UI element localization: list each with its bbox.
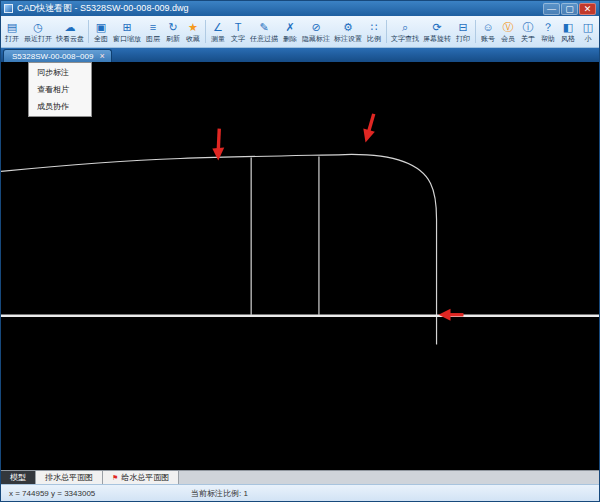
sheet-tab-drainage-plan[interactable]: 排水总平面图 — [36, 471, 103, 484]
toolbar-button-text-search[interactable]: ⌕文字查找 — [389, 16, 421, 47]
toolbar-button-favorite[interactable]: ★收藏 — [183, 16, 203, 47]
context-menu: 同步标注 查看相片 成员协作 — [28, 62, 92, 117]
fit-view-icon: ▣ — [96, 21, 106, 34]
toolbar-button-measure[interactable]: ∠测量 — [208, 16, 228, 47]
toolbar-separator — [475, 20, 476, 43]
minimize-button[interactable]: — — [543, 3, 560, 15]
toolbar-label: 窗口缩放 — [113, 34, 141, 43]
context-menu-item-view-photos[interactable]: 查看相片 — [30, 81, 90, 98]
toolbar-button-about[interactable]: ⓘ关于 — [518, 16, 538, 47]
eraser-icon: ✗ — [285, 21, 294, 34]
toolbar-button-mini[interactable]: ◫小 — [578, 16, 598, 47]
cad-canvas[interactable]: 同步标注 查看相片 成员协作 — [1, 62, 599, 470]
vip-icon: Ⓥ — [503, 21, 514, 34]
drawing-tab[interactable]: S5328SW-00-008~009 × — [3, 49, 112, 62]
toolbar-label: 打印 — [456, 34, 470, 43]
toolbar-button-scale[interactable]: ∷比例 — [364, 16, 384, 47]
sheet-tab-model[interactable]: 模型 — [1, 471, 36, 484]
red-arrow-annotation-3[interactable] — [439, 309, 464, 321]
toolbar-label: 账号 — [481, 34, 495, 43]
mini-tool-icon: ◫ — [583, 21, 593, 34]
toolbar-button-hide-annotations[interactable]: ⊘隐藏标注 — [300, 16, 332, 47]
toolbar-label: 图层 — [146, 34, 160, 43]
question-icon: ？ — [543, 21, 554, 34]
toolbar-button-text[interactable]: T文字 — [228, 16, 248, 47]
sheet-tab-bar: 模型 排水总平面图 ⚑ 给水总平面图 — [1, 470, 599, 484]
drawing-tab-bar: S5328SW-00-008~009 × — [1, 48, 599, 62]
text-icon: T — [235, 21, 242, 34]
toolbar-label: 会员 — [501, 34, 515, 43]
context-menu-item-collaboration[interactable]: 成员协作 — [30, 98, 90, 115]
window-title: CAD快速看图 - S5328SW-00-008-009.dwg — [17, 1, 543, 16]
main-toolbar: ▤打开 ◷最近打开 ☁快看云盘 ▣全图 ⊞窗口缩放 ≡图层 ↻刷新 ★收藏 ∠测… — [1, 16, 599, 48]
theme-icon: ◧ — [563, 21, 573, 34]
toolbar-label: 文字 — [231, 34, 245, 43]
toolbar-separator — [88, 20, 89, 43]
toolbar-button-help[interactable]: ？帮助 — [538, 16, 558, 47]
toolbar-label: 比例 — [367, 34, 381, 43]
star-icon: ★ — [188, 21, 198, 34]
text-search-icon: ⌕ — [402, 21, 408, 34]
toolbar-label: 刷新 — [166, 34, 180, 43]
toolbar-label: 文字查找 — [391, 34, 419, 43]
toolbar-label: 删除 — [283, 34, 297, 43]
toolbar-button-vip[interactable]: Ⓥ会员 — [498, 16, 518, 47]
toolbar-label: 屏幕旋转 — [423, 34, 451, 43]
toolbar-button-rotate-screen[interactable]: ⟳屏幕旋转 — [421, 16, 453, 47]
status-bar: x = 744959 y = 3343005 当前标注比例: 1 — [1, 484, 599, 501]
layers-icon: ≡ — [150, 21, 156, 34]
toolbar-label: 关于 — [521, 34, 535, 43]
toolbar-button-open[interactable]: ▤打开 — [2, 16, 22, 47]
tab-close-icon[interactable]: × — [99, 52, 104, 61]
close-button[interactable]: ✕ — [579, 3, 596, 15]
rotate-icon: ⟳ — [432, 21, 441, 34]
toolbar-button-style[interactable]: ◧风格 — [558, 16, 578, 47]
maximize-button[interactable]: ▢ — [561, 3, 578, 15]
toolbar-button-freehand[interactable]: ✎任意过描 — [248, 16, 280, 47]
toolbar-button-delete[interactable]: ✗删除 — [280, 16, 300, 47]
toolbar-label: 快看云盘 — [56, 34, 84, 43]
cursor-coordinates: x = 744959 y = 3343005 — [9, 489, 179, 498]
toolbar-button-print[interactable]: ⊟打印 — [453, 16, 473, 47]
toolbar-button-cloud[interactable]: ☁快看云盘 — [54, 16, 86, 47]
toolbar-label: 最近打开 — [24, 34, 52, 43]
hide-annotation-icon: ⊘ — [311, 21, 320, 34]
toolbar-label: 收藏 — [186, 34, 200, 43]
app-icon — [4, 4, 13, 13]
annotation-marker-icon: ⚑ — [112, 474, 118, 482]
toolbar-button-fullview[interactable]: ▣全图 — [91, 16, 111, 47]
toolbar-label: 风格 — [561, 34, 575, 43]
sheet-tab-label: 给水总平面图 — [121, 472, 169, 483]
title-bar: CAD快速看图 - S5328SW-00-008-009.dwg — ▢ ✕ — [1, 1, 599, 16]
toolbar-button-window-zoom[interactable]: ⊞窗口缩放 — [111, 16, 143, 47]
toolbar-label: 全图 — [94, 34, 108, 43]
printer-icon: ⊟ — [458, 21, 467, 34]
annotation-scale-label: 当前标注比例: 1 — [191, 488, 248, 499]
user-icon: ☺ — [482, 21, 493, 34]
toolbar-label: 小 — [585, 34, 592, 43]
toolbar-label: 测量 — [211, 34, 225, 43]
toolbar-label: 打开 — [5, 34, 19, 43]
toolbar-separator — [386, 20, 387, 43]
ratio-icon: ∷ — [371, 21, 378, 34]
sheet-tab-label: 模型 — [10, 472, 26, 483]
toolbar-button-recent[interactable]: ◷最近打开 — [22, 16, 54, 47]
drawing-tab-label: S5328SW-00-008~009 — [12, 52, 93, 61]
toolbar-separator — [205, 20, 206, 43]
info-icon: ⓘ — [523, 21, 534, 34]
toolbar-button-refresh[interactable]: ↻刷新 — [163, 16, 183, 47]
red-arrow-annotation-1[interactable] — [212, 129, 224, 161]
toolbar-button-layers[interactable]: ≡图层 — [143, 16, 163, 47]
red-arrow-annotation-2[interactable] — [360, 112, 380, 144]
pencil-icon: ✎ — [259, 21, 268, 34]
toolbar-label: 隐藏标注 — [302, 34, 330, 43]
toolbar-label: 任意过描 — [250, 34, 278, 43]
toolbar-button-annotation-settings[interactable]: ⚙标注设置 — [332, 16, 364, 47]
context-menu-item-sync-annotations[interactable]: 同步标注 — [30, 64, 90, 81]
toolbar-button-account[interactable]: ☺账号 — [478, 16, 498, 47]
sheet-tab-water-supply-plan[interactable]: ⚑ 给水总平面图 — [103, 471, 179, 484]
sheet-tab-label: 排水总平面图 — [45, 472, 93, 483]
clock-history-icon: ◷ — [33, 21, 43, 34]
cad-drawing — [1, 62, 599, 470]
window-zoom-icon: ⊞ — [122, 21, 131, 34]
